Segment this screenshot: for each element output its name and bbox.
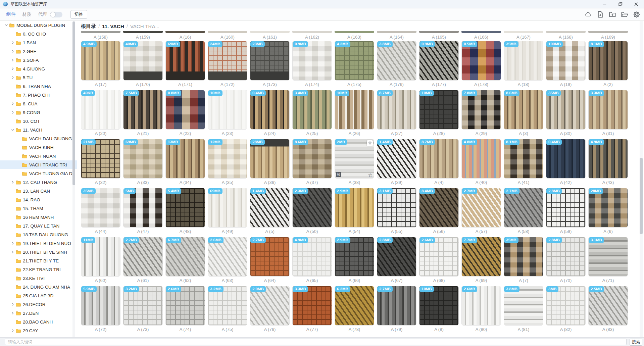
asset-card-a-177-[interactable]: 0.9MB — [419, 41, 459, 81]
tab-materials[interactable]: 材质 — [22, 11, 32, 17]
asset-card-a-69-[interactable]: 7.7MB — [461, 237, 501, 277]
asset-card-a-6-[interactable]: 28MB — [588, 188, 628, 228]
tree-item-vach-dau-giuong[interactable]: VACH DAU GIUONG — [0, 134, 77, 143]
chevron-right-icon[interactable] — [10, 41, 16, 44]
asset-card-a-60-[interactable]: 11MB — [81, 237, 120, 277]
cloud-icon[interactable] — [585, 11, 592, 18]
tree-item-vach-kinh[interactable]: VACH KINH — [0, 143, 77, 152]
asset-card-a-23-[interactable]: 10MB — [208, 90, 247, 130]
chevron-right-icon[interactable] — [10, 76, 16, 79]
chevron-down-icon[interactable] — [10, 128, 16, 132]
chevron-right-icon[interactable] — [10, 58, 16, 62]
partial-card-bottom-edge[interactable] — [208, 31, 247, 33]
asset-card-a-74-[interactable]: 2.6MB — [165, 286, 205, 326]
asset-card-a-80-[interactable]: 2.6MB — [461, 286, 501, 326]
asset-card-a-57-[interactable]: 2.7MB — [461, 188, 501, 228]
tree-item-26-decor[interactable]: 26.DECOR — [0, 300, 77, 309]
asset-card-a-67-[interactable]: 2.8MB — [377, 237, 416, 277]
tree-item-15-tham[interactable]: 15. THAM — [0, 204, 77, 213]
asset-card-a-4-[interactable]: 8.7MB — [419, 139, 459, 179]
asset-card-a-36-[interactable]: 28MB — [250, 139, 290, 179]
asset-card-a-41-[interactable]: 8.1MB — [504, 139, 543, 179]
asset-card-a-25-[interactable]: 3.4MB — [292, 90, 332, 130]
asset-card-a-174-[interactable]: 0.9MB — [292, 41, 332, 81]
tree-item-21-thiet-bi-y-te[interactable]: 21.THIET BI Y TE — [0, 256, 77, 265]
partial-card-bottom-edge[interactable] — [588, 31, 628, 33]
asset-card-a-5-[interactable]: 1.4MB — [250, 188, 290, 228]
asset-card-a-48-[interactable]: 5.4MB — [165, 188, 205, 228]
asset-card-a-178-[interactable]: 0.5MB — [461, 41, 501, 81]
asset-card-a-171-[interactable]: 69MB — [165, 41, 205, 81]
chevron-right-icon[interactable] — [10, 50, 16, 53]
chevron-right-icon[interactable] — [10, 329, 16, 332]
asset-card-a-32-[interactable]: 21MB — [81, 139, 120, 179]
tree-item-22-ke-trang-tri[interactable]: 22.KE TRANG TRI — [0, 265, 77, 274]
asset-card-a-82-[interactable]: 3MB — [546, 286, 586, 326]
chevron-right-icon[interactable] — [10, 67, 16, 70]
tree-item-2-ghe[interactable]: 2.GHE — [0, 47, 77, 56]
chevron-right-icon[interactable] — [10, 181, 16, 184]
tree-item-vach-trang-tri[interactable]: VACH TRANG TRI — [0, 160, 77, 169]
tree-item-17-quay-le-tan[interactable]: 17. QUAY LE TAN — [0, 221, 77, 230]
breadcrumb-parent[interactable]: 11. VACH — [102, 23, 124, 29]
favorite-star-icon[interactable]: ☆ — [368, 172, 373, 178]
asset-card-a-40-[interactable]: 4.8MB — [461, 139, 501, 179]
tab-components[interactable]: 组件 — [6, 11, 16, 17]
tree-item-13-lan-can[interactable]: 13. LAN CAN — [0, 187, 77, 195]
asset-card-a-78-[interactable]: 6.2MB — [335, 286, 374, 326]
asset-card-a-22-[interactable]: 0.8MB — [165, 90, 205, 130]
tree-item-3-sofa[interactable]: 3.SOFA — [0, 56, 77, 64]
file-add-icon[interactable] — [597, 11, 604, 18]
chevron-right-icon[interactable] — [10, 303, 16, 306]
tree-item-23-ke-tivi[interactable]: 23.KE TIVI — [0, 274, 77, 283]
asset-card-a-20-[interactable]: 49KB — [81, 90, 120, 130]
asset-card-a-19-[interactable]: 100MB — [546, 41, 586, 81]
asset-card-a-49-[interactable]: 69MB — [208, 188, 247, 228]
asset-card-a-8-[interactable]: 10MB — [419, 286, 459, 326]
restore-button[interactable] — [612, 0, 628, 8]
asset-card-a-18-[interactable]: 35MB — [504, 41, 543, 81]
asset-card-a-81-[interactable]: 3.8MB — [504, 286, 543, 326]
asset-card-a-31-[interactable]: 3.3MB — [588, 90, 628, 130]
partial-card-bottom-edge[interactable] — [335, 31, 374, 33]
tree-item-28-bao-canh[interactable]: 28.BAO CANH — [0, 317, 77, 326]
search-input[interactable] — [5, 339, 627, 345]
chevron-right-icon[interactable] — [10, 242, 16, 245]
asset-card-a-35-[interactable]: 12MB — [208, 139, 247, 179]
asset-card-a-42-[interactable]: 0.4MB — [546, 139, 586, 179]
tree-item-6-tran-nha[interactable]: 6. TRAN NHA — [0, 82, 77, 91]
partial-card-bottom-edge[interactable] — [377, 31, 416, 33]
search-button[interactable]: 搜索 — [630, 339, 642, 346]
tree-item-9-cong[interactable]: 9.CONG — [0, 108, 77, 117]
asset-card-a-62-[interactable]: 6.7MB — [165, 237, 205, 277]
tree-item-24-dung-cu-am-nha[interactable]: 24. DUNG CU AM NHA — [0, 283, 77, 291]
chevron-right-icon[interactable] — [10, 102, 16, 105]
asset-card-a-76-[interactable]: 2.9MB — [250, 286, 290, 326]
asset-card-a-17-[interactable]: 4.9MB — [81, 41, 120, 81]
partial-card-bottom-edge[interactable] — [546, 31, 586, 33]
asset-card-a-75-[interactable]: 3.2MB — [208, 286, 247, 326]
delete-trash-icon[interactable] — [367, 140, 373, 146]
asset-card-a-58-[interactable]: 2.7MB — [504, 188, 543, 228]
settings-gear-icon[interactable] — [633, 11, 640, 18]
chevron-right-icon[interactable] — [10, 111, 16, 114]
partial-card-bottom-edge[interactable] — [292, 31, 332, 33]
asset-card-a-63-[interactable]: 2.6MB — [208, 237, 247, 277]
partial-card-bottom-edge[interactable] — [81, 31, 120, 33]
asset-card-a-29-[interactable]: 7.8MB — [461, 90, 501, 130]
asset-card-a-56-[interactable]: 8.4MB — [419, 188, 459, 228]
tree-item-model-dung-plugin[interactable]: MODEL DUNG PLUGIN — [0, 21, 77, 30]
asset-card-a-70-[interactable]: 2.8MB — [546, 237, 586, 277]
asset-card-a-68-[interactable]: 2.6MB — [419, 237, 459, 277]
chevron-down-icon[interactable] — [3, 23, 9, 27]
asset-card-a-21-[interactable]: 7.5MB — [123, 90, 163, 130]
asset-card-a-2-[interactable]: 8.1MB — [588, 41, 628, 81]
tree-item-12-cau-thang[interactable]: 12. CAU THANG — [0, 178, 77, 187]
tree-item-7-phao-chi[interactable]: 7. PHAO CHI — [0, 91, 77, 99]
tree-item-8-cua[interactable]: 8. CUA — [0, 99, 77, 108]
asset-card-a-33-[interactable]: 69MB — [123, 139, 163, 179]
tree-item-25-gia-lap-3d[interactable]: 25.GIA LAP 3D — [0, 291, 77, 300]
asset-card-a-73-[interactable]: 3.2MB — [123, 286, 163, 326]
asset-card-a-7-[interactable]: 35MB — [504, 237, 543, 277]
tree-item-19-thiet-bi-dien-nuo[interactable]: 19.THIET BI DIEN NUO — [0, 239, 77, 248]
